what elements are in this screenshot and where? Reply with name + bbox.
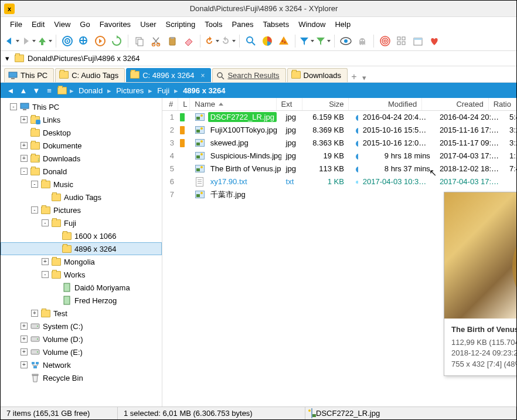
tree-item-links[interactable]: +Links — [1, 113, 162, 126]
tree-toggle[interactable]: - — [42, 219, 49, 226]
tree-item-downloads[interactable]: +↓Downloads — [1, 152, 162, 165]
file-row[interactable]: 2FujiX100TTokyo.jpgjpg8.369 KB2015-10-16… — [162, 124, 516, 137]
tree-toggle[interactable]: - — [42, 271, 49, 278]
nav-right-icon[interactable] — [93, 33, 108, 49]
tree-item-volume-e-[interactable]: +Volume (E:) — [1, 346, 162, 358]
search-icon[interactable] — [243, 33, 258, 49]
file-row[interactable]: 1DSCF2722_LR.jpgjpg6.159 KB2016-04-24 20… — [162, 111, 516, 124]
redo-icon[interactable] — [220, 33, 236, 49]
crumb-fuji[interactable]: Fuji — [155, 86, 172, 95]
tree-item-4896-x-3264[interactable]: 4896 x 3264 — [1, 242, 162, 255]
piechart-icon[interactable] — [260, 33, 275, 49]
menu-help[interactable]: Help — [330, 19, 355, 30]
menu-favorites[interactable]: Favorites — [95, 19, 135, 30]
tree-toggle[interactable]: + — [21, 323, 28, 330]
chevron-down-icon[interactable]: ▾ — [5, 54, 11, 63]
col-name[interactable]: Name — [190, 98, 276, 110]
grid-icon[interactable] — [394, 33, 409, 49]
filter-icon[interactable] — [299, 33, 314, 49]
target-icon[interactable] — [60, 33, 75, 49]
col-ext[interactable]: Ext — [277, 98, 302, 110]
menu-edit[interactable]: Edit — [27, 19, 49, 30]
tree-toggle[interactable]: + — [21, 336, 28, 343]
zoom-out-icon[interactable] — [76, 33, 91, 49]
tree-item-fuji[interactable]: -Fuji — [1, 216, 162, 229]
ghost-icon[interactable] — [355, 33, 370, 49]
menu-window[interactable]: Window — [294, 19, 330, 30]
close-icon[interactable]: × — [200, 72, 205, 80]
menu-tabsets[interactable]: Tabsets — [258, 19, 294, 30]
paste-icon[interactable] — [165, 33, 180, 49]
tree-toggle[interactable]: + — [21, 361, 28, 368]
list-pane[interactable]: # L Name Ext Size Modified Created Ratio… — [162, 98, 516, 407]
tree-item-volume-d-[interactable]: +Volume (D:) — [1, 333, 162, 346]
forward-button[interactable] — [21, 33, 36, 49]
col-modified[interactable]: Modified — [349, 98, 422, 110]
heart-icon[interactable] — [427, 33, 442, 49]
file-row[interactable]: 6xy17.90.txttxt1 KB2017-04-03 10:36:4420… — [162, 175, 516, 188]
spiral-icon[interactable] — [377, 33, 393, 49]
crumb-donald[interactable]: Donald — [76, 86, 105, 95]
tab-c-audio-tags[interactable]: C: Audio Tags — [55, 68, 125, 82]
tree-toggle[interactable]: + — [21, 142, 28, 149]
tab-c-4896-x-3264[interactable]: C: 4896 x 3264× — [126, 68, 211, 82]
pizza-icon[interactable] — [276, 33, 291, 49]
tree-item-works[interactable]: -Works — [1, 268, 162, 281]
crumb-pictures[interactable]: Pictures — [114, 86, 146, 95]
tree-toggle[interactable]: - — [31, 206, 38, 214]
tree-item-fred-herzog[interactable]: Fred Herzog — [1, 294, 162, 307]
tree-pane[interactable]: -This PC+LinksDesktop+Dokumente+↓Downloa… — [1, 98, 162, 407]
tree-item-network[interactable]: +Network — [1, 358, 162, 371]
tree-item-desktop[interactable]: Desktop — [1, 126, 162, 139]
menu-view[interactable]: View — [49, 19, 75, 30]
eye-icon[interactable] — [338, 33, 353, 49]
file-row[interactable]: 3skewed.jpgjpg8.363 KB2015-10-16 12:02:4… — [162, 137, 516, 150]
up-button[interactable] — [37, 33, 52, 49]
undo-icon[interactable] — [204, 33, 219, 49]
tree-toggle[interactable]: + — [21, 348, 28, 355]
file-row[interactable]: 4Suspicious-Minds.jpgjpg19 KB9 hrs 18 mi… — [162, 150, 516, 162]
tree-toggle[interactable]: + — [42, 258, 49, 265]
calendar-icon[interactable] — [410, 33, 426, 49]
menu-go[interactable]: Go — [75, 19, 94, 30]
list-body[interactable]: 1DSCF2722_LR.jpgjpg6.159 KB2016-04-24 20… — [162, 111, 516, 407]
tree-item-audio-tags[interactable]: Audio Tags — [1, 191, 162, 204]
col-size[interactable]: Size — [302, 98, 349, 110]
bc-folder-icon[interactable] — [57, 85, 67, 96]
col-label[interactable]: L — [178, 98, 190, 110]
tab-menu-button[interactable]: ▾ — [360, 73, 369, 82]
filter-green-icon[interactable] — [315, 33, 331, 49]
copy-icon[interactable] — [132, 33, 147, 49]
col-num[interactable]: # — [162, 98, 178, 110]
menu-file[interactable]: File — [5, 19, 27, 30]
menu-tools[interactable]: Tools — [200, 19, 227, 30]
back-button[interactable] — [4, 33, 19, 49]
menu-user[interactable]: User — [135, 19, 161, 30]
tab-this-pc[interactable]: This PC — [4, 68, 54, 82]
tree-item-recycle-bin[interactable]: Recycle Bin — [1, 371, 162, 384]
tab-downloads[interactable]: Downloads — [287, 68, 348, 82]
address-bar[interactable]: ▾ Donald\Pictures\Fuji\4896 x 3264 — [1, 51, 516, 66]
tree-toggle[interactable]: + — [31, 310, 38, 317]
new-tab-button[interactable]: + — [349, 72, 359, 82]
tree-item-mongolia[interactable]: +Mongolia — [1, 255, 162, 268]
bc-up-icon[interactable]: ▲ — [18, 85, 29, 96]
tree-item-daid-moriyama[interactable]: Daidō Moriyama — [1, 281, 162, 294]
tree-toggle[interactable]: + — [21, 116, 28, 123]
menu-panes[interactable]: Panes — [227, 19, 258, 30]
tree-item-donald[interactable]: -Donald — [1, 165, 162, 178]
bc-down-icon[interactable]: ▼ — [31, 85, 42, 96]
tree-toggle[interactable]: + — [21, 155, 28, 162]
bc-menu-icon[interactable]: ≡ — [44, 85, 55, 96]
tree-item-1600-x-1066[interactable]: 1600 x 1066 — [1, 229, 162, 242]
file-row[interactable]: 5The Birth of Venus.jpgjpg113 KB8 hrs 37… — [162, 162, 516, 175]
erase-icon[interactable] — [181, 33, 196, 49]
bc-back-icon[interactable]: ◄ — [5, 85, 16, 96]
crumb-current[interactable]: 4896 x 3264 — [181, 86, 227, 95]
refresh-icon[interactable] — [109, 33, 124, 49]
cut-icon[interactable] — [148, 33, 164, 49]
tree-item-system-c-[interactable]: +System (C:) — [1, 320, 162, 333]
menu-scripting[interactable]: Scripting — [161, 19, 200, 30]
tree-item-test[interactable]: +Test — [1, 307, 162, 320]
tree-toggle[interactable]: - — [10, 103, 17, 110]
